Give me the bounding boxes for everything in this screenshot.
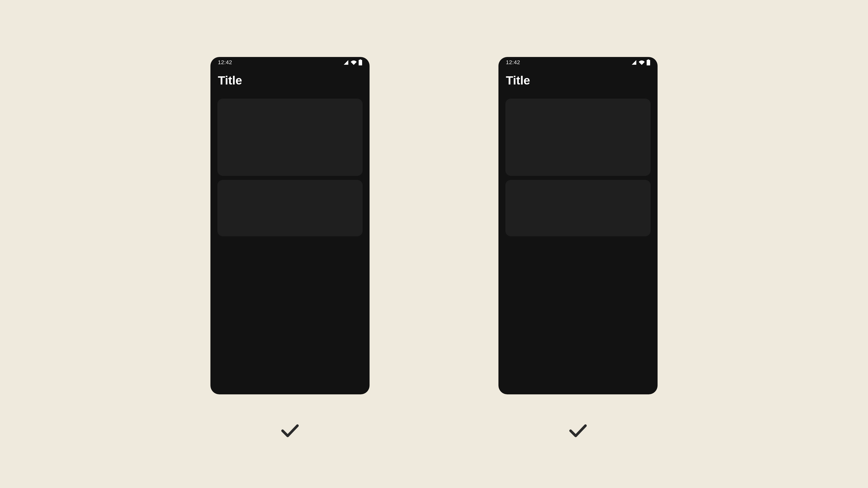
card-placeholder-small [217,180,363,236]
card-placeholder-large [217,99,363,176]
example-right: 12:42 Title [498,57,657,442]
status-time: 12:42 [506,59,520,66]
checkmark-icon [279,419,301,442]
cellular-icon [343,60,349,65]
examples-row: 12:42 Title 12:42 [211,57,657,442]
content-area [211,93,370,394]
card-placeholder-small [505,180,651,236]
phone-frame: 12:42 Title [498,57,657,394]
phone-frame: 12:42 Title [211,57,370,394]
wifi-icon [639,60,645,65]
content-area [498,93,657,394]
card-placeholder-large [505,99,651,176]
status-bar: 12:42 [498,57,657,68]
checkmark-icon [567,419,589,442]
status-time: 12:42 [218,59,232,66]
app-bar: Title [211,68,370,93]
app-bar: Title [498,68,657,93]
battery-icon [359,60,362,65]
wifi-icon [351,60,356,65]
example-left: 12:42 Title [211,57,370,442]
do-indicator [279,419,301,442]
app-bar-title: Title [218,73,242,87]
status-bar: 12:42 [211,57,370,68]
cellular-icon [631,60,637,65]
status-icons [631,60,650,65]
battery-icon [647,60,650,65]
status-icons [343,60,362,65]
do-indicator [567,419,589,442]
app-bar-title: Title [506,73,530,87]
